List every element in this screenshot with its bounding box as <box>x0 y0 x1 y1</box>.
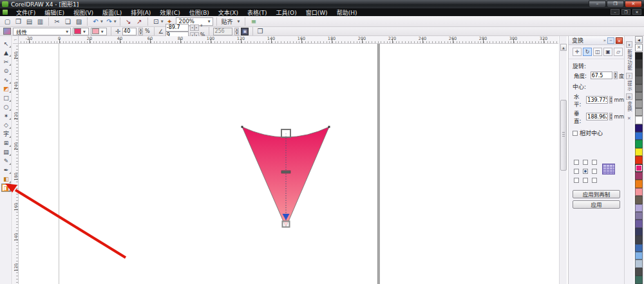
steps-lock-icon[interactable]: ▣ <box>241 28 249 35</box>
rectangle-tool[interactable]: □ <box>1 93 11 102</box>
scrollbar-thumb[interactable] <box>560 100 567 171</box>
midpoint-spinner[interactable]: ▲▼ <box>138 28 143 35</box>
palette-swatch[interactable] <box>635 188 643 196</box>
pink-gradient-shape[interactable] <box>232 119 342 238</box>
open-icon[interactable]: ❐ <box>14 17 23 26</box>
anchor-checkbox-4[interactable] <box>583 169 588 174</box>
palette-swatch[interactable] <box>635 164 643 172</box>
document-close-button[interactable]: ✕ <box>632 9 641 15</box>
shape-node[interactable] <box>242 126 243 128</box>
palette-swatch[interactable] <box>635 212 643 220</box>
document-restore-button[interactable]: ❐ <box>621 9 630 15</box>
docker-collapse-button[interactable]: ─ <box>607 37 614 44</box>
ruler-origin-icon[interactable]: ⌐ <box>13 36 19 44</box>
transform-position-icon[interactable]: ✛ <box>573 48 582 56</box>
undo-icon[interactable]: ↶ <box>91 17 100 26</box>
edit-fill-icon[interactable] <box>3 28 11 35</box>
menu-item-2[interactable]: 视图(V) <box>69 9 98 17</box>
anchor-checkbox-2[interactable] <box>592 160 597 165</box>
center-horizontal-input[interactable] <box>586 96 608 104</box>
relative-center-checkbox[interactable] <box>573 131 578 136</box>
redo-icon-dropdown[interactable]: ▼ <box>114 19 117 23</box>
palette-swatch[interactable] <box>635 108 643 116</box>
menu-item-7[interactable]: 文本(X) <box>214 9 243 17</box>
anchor-checkbox-7[interactable] <box>583 178 588 183</box>
palette-swatch[interactable] <box>635 100 643 108</box>
smart-fill-tool[interactable]: ◩ <box>1 84 11 93</box>
anchor-checkbox-3[interactable] <box>574 169 579 174</box>
palette-swatch[interactable] <box>635 172 643 180</box>
close-button[interactable]: ✕ <box>625 1 642 8</box>
palette-swatch[interactable] <box>635 116 643 124</box>
basic-shapes-tool[interactable]: ◇ <box>1 120 11 129</box>
palette-swatch[interactable] <box>635 220 643 227</box>
gradient-start-color-picker[interactable]: ▼ <box>73 28 89 35</box>
minimize-button[interactable]: – <box>589 1 606 8</box>
copy-fill-properties-icon[interactable]: ❐ <box>257 28 263 35</box>
interactive-fill-tool[interactable]: ◨ <box>1 184 11 192</box>
vertical-scrollbar[interactable]: ▲ <box>559 36 567 284</box>
cut-icon[interactable]: ✂ <box>52 17 62 26</box>
zoom-tool[interactable]: ⊙ <box>1 66 11 75</box>
docker-tabs-close-icon[interactable]: ✕ <box>627 116 631 121</box>
save-icon[interactable]: ▤ <box>24 17 34 26</box>
palette-swatch[interactable] <box>635 276 643 283</box>
steps-spinner[interactable]: ▲▼ <box>234 28 239 35</box>
palette-swatch[interactable] <box>635 76 643 84</box>
shape-tool[interactable]: ▲ <box>1 48 11 57</box>
ellipse-tool[interactable]: ○ <box>1 102 11 111</box>
palette-flyout-icon[interactable]: ◀ <box>635 36 643 43</box>
gradient-end-handle[interactable] <box>283 222 290 227</box>
fountain-steps-input[interactable] <box>213 28 232 35</box>
menu-item-5[interactable]: 效果(C) <box>155 9 184 17</box>
palette-swatch[interactable] <box>635 204 643 212</box>
menu-item-10[interactable]: 窗口(W) <box>301 9 332 17</box>
paste-icon[interactable]: ▨ <box>74 17 84 26</box>
palette-swatch[interactable] <box>635 60 643 68</box>
docker-tab-icon-2[interactable]: ⊕ <box>626 93 632 100</box>
gradient-angle-input[interactable] <box>166 24 189 32</box>
document-minimize-button[interactable]: – <box>611 9 620 15</box>
polygon-tool[interactable]: ✶ <box>1 111 11 120</box>
palette-swatch[interactable] <box>635 124 643 132</box>
palette-swatch[interactable] <box>635 180 643 187</box>
text-tool[interactable]: 字 <box>1 129 11 138</box>
menu-item-6[interactable]: 位图(B) <box>185 9 214 17</box>
menu-item-8[interactable]: 表格(T) <box>243 9 272 17</box>
center-horizontal-spinner[interactable]: ▲▼ <box>609 96 612 104</box>
menu-item-0[interactable]: 文件(F) <box>12 9 40 17</box>
eyedropper-tool[interactable]: ✎ <box>1 156 11 165</box>
undo-icon-dropdown[interactable]: ▼ <box>100 19 103 23</box>
rotation-angle-input[interactable] <box>591 71 612 79</box>
scroll-up-icon[interactable]: ▲ <box>560 44 567 51</box>
fill-tool[interactable]: ◧ <box>1 175 11 183</box>
palette-swatch[interactable] <box>635 84 643 92</box>
horizontal-ruler[interactable]: -200204060801001201401601802002202402602… <box>19 36 558 44</box>
freehand-tool[interactable]: ∿ <box>1 75 11 84</box>
options-icon[interactable]: ≡ <box>249 17 258 26</box>
crop-tool[interactable]: ✂ <box>1 57 11 66</box>
menu-item-4[interactable]: 排列(A) <box>126 9 155 17</box>
print-icon[interactable]: ▥ <box>35 17 45 26</box>
docker-close-button[interactable]: ✕ <box>616 37 623 44</box>
docker-tab-1[interactable]: 提示 <box>626 80 633 91</box>
apply-button[interactable]: 应用 <box>573 200 620 209</box>
anchor-checkbox-6[interactable] <box>574 178 579 183</box>
palette-swatch[interactable] <box>635 228 643 236</box>
drawing-canvas[interactable] <box>19 44 558 284</box>
palette-swatch[interactable] <box>635 52 643 60</box>
center-vertical-input[interactable] <box>586 113 608 120</box>
anchor-checkbox-8[interactable] <box>592 178 597 183</box>
menu-item-1[interactable]: 编辑(E) <box>40 9 69 17</box>
no-fill-swatch[interactable]: ✕ <box>635 44 643 52</box>
apply-to-duplicate-button[interactable]: 应用到再制 <box>573 190 620 198</box>
redo-icon[interactable]: ↷ <box>104 17 114 26</box>
docker-flyout-icon[interactable]: » <box>603 38 606 43</box>
palette-swatch[interactable] <box>635 92 643 100</box>
angle-spinner[interactable]: ◂▸ <box>190 24 199 31</box>
palette-swatch[interactable] <box>635 196 643 204</box>
gradient-midpoint-slider[interactable] <box>281 171 290 173</box>
snap-to-dropdown[interactable]: 贴齐 <box>220 17 234 26</box>
vertical-ruler[interactable]: 260240220200180160140120 <box>13 44 19 284</box>
import-icon[interactable]: ↘ <box>124 17 133 26</box>
